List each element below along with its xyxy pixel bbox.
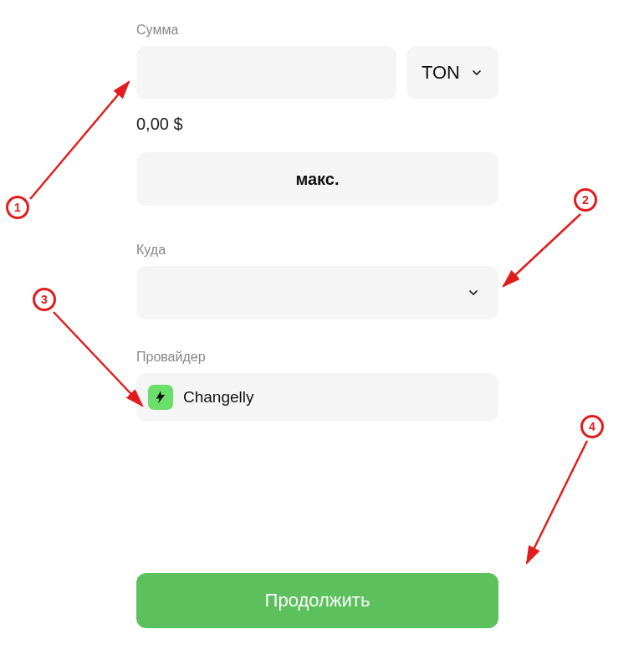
amount-row: TON: [136, 46, 498, 100]
chevron-down-icon: [467, 286, 480, 299]
max-button[interactable]: макс.: [136, 152, 498, 206]
form-panel: Сумма TON 0,00 $ макс. Куда Провайдер Ch…: [136, 23, 498, 422]
svg-line-1: [503, 214, 580, 286]
amount-label: Сумма: [136, 23, 498, 38]
svg-line-0: [30, 82, 129, 199]
destination-label: Куда: [136, 243, 498, 258]
annotation-arrow-4: [519, 436, 594, 570]
fiat-value: 0,00 $: [136, 115, 498, 134]
currency-selected-text: TON: [422, 62, 460, 84]
continue-button[interactable]: Продолжить: [136, 573, 498, 628]
annotation-arrow-3: [49, 307, 149, 414]
provider-name: Changelly: [183, 388, 254, 407]
provider-select[interactable]: Changelly: [136, 373, 498, 422]
annotation-arrow-1: [27, 77, 134, 202]
svg-line-2: [54, 312, 142, 406]
amount-input[interactable]: [136, 46, 396, 100]
destination-select[interactable]: [136, 266, 498, 320]
changelly-icon: [148, 385, 173, 410]
annotation-arrow-2: [497, 209, 587, 293]
annotation-badge-2: 2: [574, 188, 597, 212]
annotation-badge-4: 4: [580, 415, 604, 438]
annotation-badge-1: 1: [6, 196, 29, 219]
currency-select[interactable]: TON: [406, 46, 498, 100]
svg-line-3: [527, 441, 587, 563]
chevron-down-icon: [470, 66, 483, 79]
provider-label: Провайдер: [136, 350, 498, 365]
